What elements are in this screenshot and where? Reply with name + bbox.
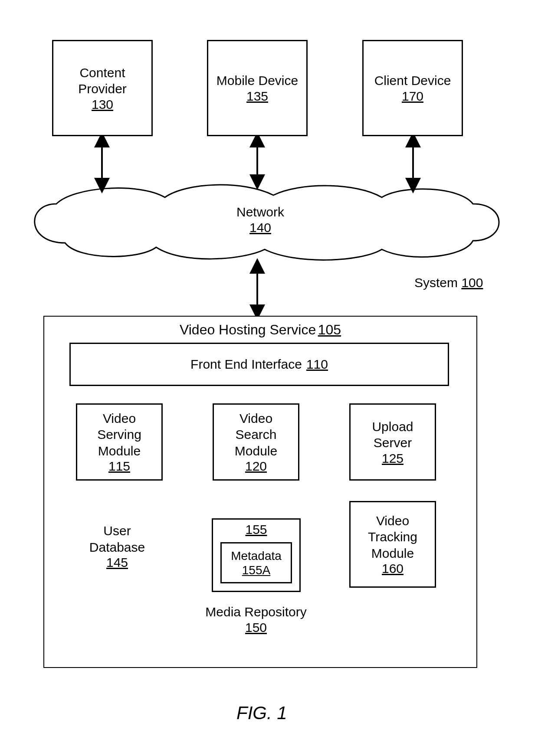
- media-repository-label: Media Repository: [200, 604, 312, 620]
- network-ref: 140: [217, 220, 304, 235]
- network-label-group: Network 140: [217, 204, 304, 235]
- media-repository-label-group: Media Repository 150: [200, 604, 312, 635]
- user-database-ref: 145: [69, 555, 165, 570]
- upload-server-ref: 125: [382, 451, 404, 466]
- video-tracking-module-box: VideoTrackingModule 160: [349, 501, 436, 588]
- video-tracking-module-ref: 160: [382, 561, 404, 576]
- figure-caption: FIG. 1: [236, 703, 287, 723]
- content-provider-ref: 130: [92, 97, 113, 112]
- client-device-label: Client Device: [374, 72, 451, 89]
- mobile-device-box: Mobile Device 135: [207, 40, 308, 136]
- video-serving-module-label: VideoServingModule: [97, 410, 141, 459]
- user-database-label: UserDatabase: [69, 523, 165, 555]
- video-hosting-service-ref: 105: [318, 322, 341, 337]
- metadata-ref: 155A: [242, 563, 270, 577]
- media-repository-ref: 150: [200, 620, 312, 635]
- video-search-module-box: VideoSearchModule 120: [213, 403, 299, 481]
- front-end-interface-ref: 110: [306, 357, 328, 372]
- video-hosting-service-title: Video Hosting Service: [180, 322, 316, 337]
- video-serving-module-ref: 115: [108, 459, 130, 474]
- client-device-box: Client Device 170: [362, 40, 463, 136]
- video-search-module-ref: 120: [245, 459, 267, 474]
- metadata-box: Metadata 155A: [220, 542, 292, 583]
- content-provider-box: ContentProvider 130: [52, 40, 153, 136]
- system-label-group: System 100: [414, 275, 483, 290]
- upload-server-label: UploadServer: [372, 419, 413, 451]
- client-device-ref: 170: [402, 89, 423, 104]
- video-hosting-service-title-group: Video Hosting Service 105: [43, 322, 477, 338]
- mobile-device-ref: 135: [246, 89, 268, 104]
- user-database-label-group: UserDatabase 145: [69, 523, 165, 570]
- video-serving-module-box: VideoServingModule 115: [76, 403, 163, 481]
- mobile-device-label: Mobile Device: [217, 72, 298, 89]
- media-inner-outer-ref: 155: [245, 522, 267, 537]
- system-label: System: [414, 275, 458, 290]
- system-ref: 100: [461, 275, 483, 290]
- content-provider-label: ContentProvider: [78, 65, 127, 97]
- network-label: Network: [217, 204, 304, 220]
- front-end-interface-box: Front End Interface 110: [69, 343, 449, 386]
- upload-server-box: UploadServer 125: [349, 403, 436, 481]
- video-search-module-label: VideoSearchModule: [235, 410, 277, 459]
- video-tracking-module-label: VideoTrackingModule: [368, 513, 417, 562]
- front-end-interface-label: Front End Interface: [190, 356, 302, 373]
- metadata-label: Metadata: [231, 548, 282, 563]
